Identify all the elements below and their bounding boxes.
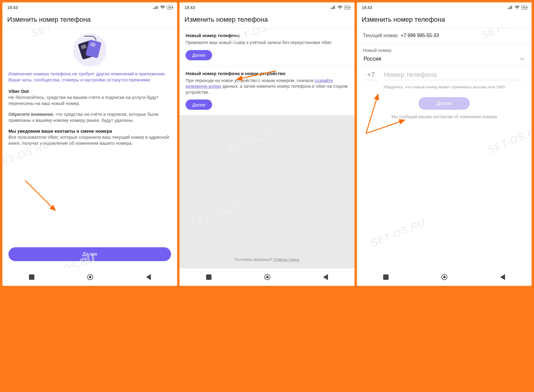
screen-1: 18:43 89 Изменить номер телефона Изменен… (2, 2, 177, 286)
answers-link[interactable]: Ответы здесь (273, 257, 299, 262)
wifi-icon (338, 6, 342, 9)
option1-next-button[interactable]: Далее (186, 50, 212, 60)
section3-text: Все пользователи Viber, которые сохранил… (8, 134, 171, 147)
status-bar: 18:43 89 (2, 2, 177, 13)
current-number-row: Текущий номер:+7 999 995-55-33 (357, 28, 532, 43)
section2-text: Обратите внимание, что средства на счёте… (8, 111, 171, 124)
svg-line-3 (366, 120, 405, 134)
android-navbar (180, 268, 354, 286)
intro-text: Изменение номера телефона не требует дру… (8, 71, 171, 83)
screen-3: 18:43 89 Изменить номер телефона Текущий… (357, 2, 532, 286)
wifi-icon (515, 6, 520, 9)
clock: 18:43 (362, 5, 372, 10)
option1-title: Новый номер телефона (186, 33, 348, 38)
recent-apps-button[interactable] (383, 274, 389, 280)
clock: 18:43 (184, 5, 195, 10)
android-navbar (357, 268, 532, 286)
next-button-disabled: Далее (418, 97, 470, 110)
back-button[interactable] (323, 274, 328, 280)
battery-icon: 89 (521, 5, 527, 10)
country-value: Россия (364, 56, 381, 62)
option2-next-button[interactable]: Далее (186, 100, 212, 110)
recent-apps-button[interactable] (206, 274, 211, 280)
sim-illustration (8, 32, 171, 71)
empty-area: Остались вопросы? Ответы здесь (180, 115, 354, 268)
back-button[interactable] (146, 274, 151, 280)
page-title: Изменить номер телефона (357, 13, 532, 28)
country-selector[interactable]: Россия (357, 54, 532, 65)
phone-number-input[interactable] (384, 71, 525, 80)
option1-text: Привяжите ваш новый номер к учётной запи… (186, 40, 348, 46)
contacts-note: Мы сообщим вашим контактам об изменении … (357, 114, 532, 120)
screen-2: 18:43 89 Изменить номер телефона Новый н… (180, 2, 354, 286)
option2-block: Новый номер телефона и новое устройство … (180, 66, 354, 116)
current-number-value: +7 999 995-55-33 (401, 33, 439, 38)
svg-line-0 (25, 180, 55, 210)
signal-icon (153, 6, 158, 9)
next-button[interactable]: Далее (8, 247, 171, 261)
option2-text: При переходе на новое устройство с новым… (186, 78, 348, 96)
new-number-label: Новый номер: (357, 43, 532, 54)
battery-icon: 89 (344, 5, 350, 10)
annotation-arrow (24, 179, 60, 215)
input-hint: Убедитесь, что новый номер может принима… (357, 82, 532, 95)
android-navbar (2, 268, 177, 286)
country-code-prefix: +7 (364, 71, 379, 80)
chevron-down-icon (520, 58, 525, 61)
watermark: SET-OS.RU (369, 217, 427, 249)
section1-title: Viber Out (8, 89, 171, 94)
watermark: SET-OS.RU (485, 123, 532, 156)
signal-icon (330, 6, 336, 9)
wifi-icon (160, 6, 165, 9)
status-bar: 18:43 89 (180, 2, 354, 13)
recent-apps-button[interactable] (29, 274, 34, 280)
back-button[interactable] (500, 274, 505, 280)
status-bar: 18:43 89 (357, 2, 532, 13)
signal-icon (507, 6, 513, 9)
option2-title: Новый номер телефона и новое устройство (186, 71, 348, 76)
home-button[interactable] (441, 274, 447, 280)
page-title: Изменить номер телефона (180, 13, 354, 28)
home-button[interactable] (264, 274, 270, 280)
clock: 18:43 (7, 5, 18, 10)
option1-block: Новый номер телефона Привяжите ваш новый… (180, 28, 354, 66)
section3-title: Мы уведомим ваши контакты о смене номера (8, 128, 171, 134)
battery-icon: 89 (167, 5, 172, 10)
footer-help: Остались вопросы? Ответы здесь (180, 257, 354, 262)
page-title: Изменить номер телефона (2, 13, 177, 28)
section1-text: Не беспокойтесь, средства на вашем счёте… (8, 94, 171, 107)
home-button[interactable] (87, 274, 93, 280)
